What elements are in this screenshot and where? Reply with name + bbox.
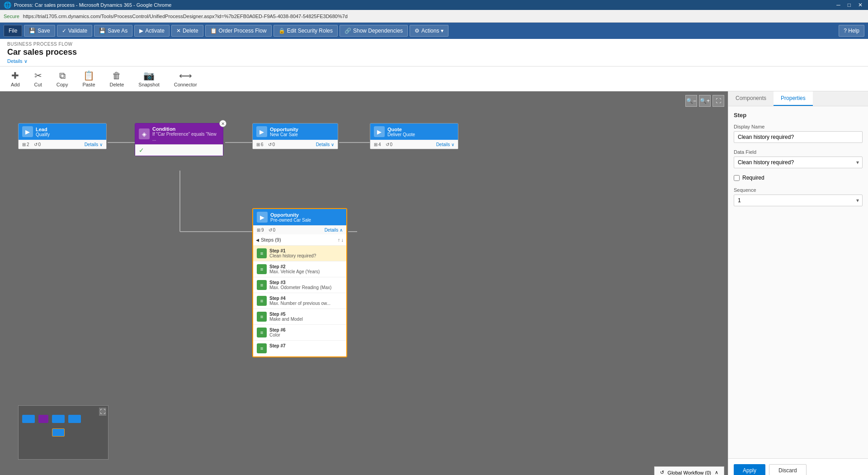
step-item-7[interactable]: ≡ Step #7 <box>253 341 346 356</box>
workflow-refresh-icon: ↺ <box>660 470 664 475</box>
delete-icon: ✕ <box>176 28 181 34</box>
condition-node-header: ◈ Condition If "Car Preference" equals "… <box>135 124 223 144</box>
url-bar[interactable]: https://trial1705.crm.dynamics.com/Tools… <box>23 14 864 19</box>
apply-button[interactable]: Apply <box>734 464 765 475</box>
cut-button[interactable]: ✂ Cut <box>31 68 46 89</box>
edit-security-roles-button[interactable]: 🔒 Edit Security Roles <box>274 25 338 37</box>
step-3-content: Step #3 Max. Odometer Reading (Max) <box>269 280 343 290</box>
save-as-button[interactable]: 💾 Save As <box>94 25 132 37</box>
zoom-in-button[interactable]: 🔍+ <box>699 95 711 107</box>
display-name-input[interactable] <box>734 131 863 143</box>
step-item-6[interactable]: ≡ Step #6 Color <box>253 325 346 341</box>
sort-down-button[interactable]: ↓ <box>341 237 344 242</box>
opp2-step-badge: ⊞ 9 <box>257 228 264 233</box>
mini-node-quote <box>68 415 81 423</box>
opp1-step-badge: ⊞ 6 <box>256 142 264 147</box>
activate-icon: ▶ <box>139 28 143 34</box>
step-6-desc: Color <box>269 332 343 337</box>
condition-node-footer: ✓ <box>135 144 223 156</box>
order-process-flow-button[interactable]: 📋 Order Process Flow <box>205 25 272 37</box>
step-item-5[interactable]: ≡ Step #5 Make and Model <box>253 309 346 325</box>
step-4-desc: Max. Number of previous ow... <box>269 301 343 306</box>
help-button[interactable]: ? Help <box>839 25 864 37</box>
steps-count-label: Steps (9) <box>261 237 281 242</box>
file-button[interactable]: File <box>4 25 22 37</box>
step-6-content: Step #6 Color <box>269 328 343 337</box>
required-checkbox-row: Required <box>734 175 863 181</box>
step-4-content: Step #4 Max. Number of previous ow... <box>269 296 343 306</box>
zoom-out-button[interactable]: 🔍− <box>685 95 697 107</box>
maximize-button[interactable]: □ <box>846 2 853 8</box>
validate-button[interactable]: ✓ Validate <box>57 25 92 37</box>
step-6-number: Step #6 <box>269 328 343 332</box>
opp1-flow-icon: ↺ <box>268 142 272 147</box>
save-button[interactable]: 💾 Save <box>24 25 55 37</box>
mini-map[interactable]: ⛶ <box>18 405 108 460</box>
lead-details-button[interactable]: Details ∨ <box>85 142 103 147</box>
opportunity2-steps-panel[interactable]: ▶ Opportunity Pre-owned Car Sale ⊞ 9 ↺ 0… <box>252 208 347 357</box>
minimize-button[interactable]: ─ <box>835 2 842 8</box>
activate-button[interactable]: ▶ Activate <box>134 25 170 37</box>
properties-tab[interactable]: Properties <box>774 91 813 106</box>
dependencies-icon: 🔗 <box>344 28 351 34</box>
step-item-4[interactable]: ≡ Step #4 Max. Number of previous ow... <box>253 293 346 309</box>
step-item-1[interactable]: ≡ Step #1 Clean history required? <box>253 246 346 261</box>
opportunity1-node-icon: ▶ <box>256 126 267 137</box>
snapshot-button[interactable]: 📷 Snapshot <box>135 68 163 89</box>
lead-step-badge: ⊞ 2 <box>22 142 29 147</box>
show-dependencies-button[interactable]: 🔗 Show Dependencies <box>340 25 408 37</box>
sequence-select[interactable]: 1 2 3 <box>734 195 863 206</box>
canvas-area[interactable]: 🔍− 🔍+ ⛶ ▶ Lead Qualify ⊞ 2 <box>0 91 728 475</box>
step-5-number: Step #5 <box>269 312 343 317</box>
step-2-number: Step #2 <box>269 264 343 269</box>
quote-details-button[interactable]: Details ∨ <box>436 142 454 147</box>
data-field-select[interactable]: Clean history required? <box>734 157 863 168</box>
opportunity1-node-header: ▶ Opportunity New Car Sale <box>253 124 338 140</box>
opp1-step-icon: ⊞ <box>256 142 260 147</box>
sort-up-button[interactable]: ↑ <box>338 237 340 242</box>
connector-svg <box>0 91 728 475</box>
step-3-icon: ≡ <box>257 280 267 290</box>
opp1-details-button[interactable]: Details ∨ <box>316 142 334 147</box>
display-name-group: Display Name <box>734 124 863 143</box>
step-7-icon: ≡ <box>257 343 267 353</box>
condition-close-button[interactable]: ✕ <box>219 120 226 127</box>
actions-button[interactable]: ⚙ Actions ▾ <box>410 25 448 37</box>
delete-action-button[interactable]: 🗑 Delete <box>106 69 128 89</box>
quote-node-header: ▶ Quote Deliver Quote <box>370 124 458 140</box>
paste-button[interactable]: 📋 Paste <box>79 68 99 89</box>
opportunity1-node-title: Opportunity <box>270 127 298 132</box>
step-item-3[interactable]: ≡ Step #3 Max. Odometer Reading (Max) <box>253 277 346 293</box>
steps-sort-controls[interactable]: ↑ ↓ <box>338 237 344 242</box>
close-button[interactable]: ✕ <box>856 2 864 8</box>
data-field-group: Data Field Clean history required? ▾ <box>734 149 863 168</box>
copy-button[interactable]: ⧉ Copy <box>53 69 72 89</box>
opp2-step-icon: ⊞ <box>257 228 260 233</box>
discard-button[interactable]: Discard <box>769 464 807 475</box>
add-button[interactable]: ✚ Add <box>7 68 24 89</box>
required-checkbox[interactable] <box>734 175 740 181</box>
opp2-details-button[interactable]: Details ∧ <box>325 228 343 233</box>
step-2-icon: ≡ <box>257 264 267 274</box>
step-icon: ⊞ <box>22 142 26 147</box>
step-1-content: Step #1 Clean history required? <box>269 248 343 258</box>
step-1-desc: Clean history required? <box>269 253 343 258</box>
details-link[interactable]: Details ∨ <box>7 58 28 64</box>
opportunity1-node[interactable]: ▶ Opportunity New Car Sale ⊞ 6 ↺ 0 Detai… <box>252 123 338 149</box>
delete-button[interactable]: ✕ Delete <box>171 25 203 37</box>
fullscreen-button[interactable]: ⛶ <box>712 95 724 107</box>
step-item-2[interactable]: ≡ Step #2 Max. Vehicle Age (Years) <box>253 261 346 277</box>
title-bar-controls[interactable]: ─ □ ✕ <box>835 2 864 8</box>
components-tab[interactable]: Components <box>728 91 774 106</box>
connector-button[interactable]: ⟷ Connector <box>170 68 201 89</box>
window-title: Process: Car sales process - Microsoft D… <box>14 2 171 8</box>
mini-map-expand-button[interactable]: ⛶ <box>99 408 106 416</box>
page-header: BUSINESS PROCESS FLOW Car sales process … <box>0 39 868 66</box>
quote-node[interactable]: ▶ Quote Deliver Quote ⊞ 4 ↺ 0 Details ∨ <box>370 123 458 149</box>
opportunity2-node-footer: ⊞ 9 ↺ 0 Details ∧ <box>253 225 346 234</box>
condition-node[interactable]: ◈ Condition If "Car Preference" equals "… <box>135 123 223 156</box>
global-workflow-panel[interactable]: ↺ Global Workflow (0) ∧ <box>654 466 724 475</box>
opportunity2-node-header: ▶ Opportunity Pre-owned Car Sale <box>253 209 346 225</box>
lead-node[interactable]: ▶ Lead Qualify ⊞ 2 ↺ 0 Details ∨ <box>18 123 107 149</box>
quote-node-subtitle: Deliver Quote <box>387 132 415 137</box>
